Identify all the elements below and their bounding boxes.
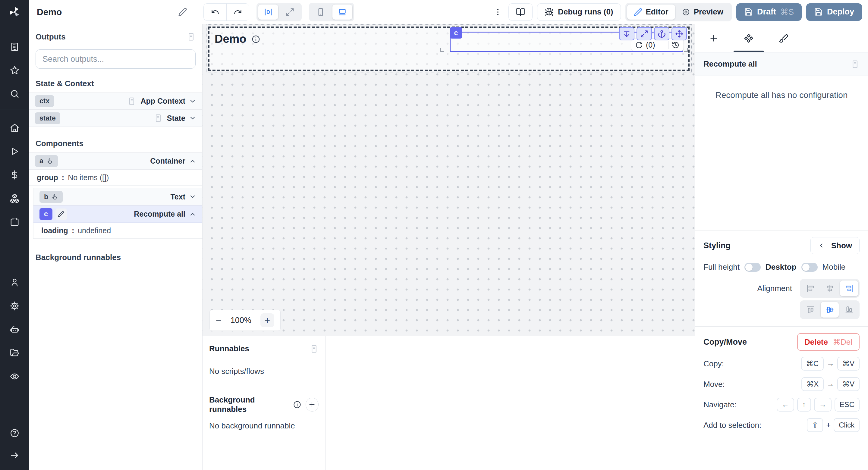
calendar-icon[interactable]: [0, 210, 29, 233]
delete-label: Delete: [804, 338, 828, 347]
chevron-down-icon[interactable]: [189, 193, 196, 200]
deploy-button[interactable]: Deploy: [806, 3, 862, 21]
mobile-view-button[interactable]: [311, 4, 331, 20]
history-icon[interactable]: [672, 41, 679, 49]
widget-divider: [669, 41, 669, 49]
edit-component-icon[interactable]: [56, 209, 67, 220]
align-bottom-button[interactable]: [840, 302, 858, 318]
move-button[interactable]: [672, 27, 687, 40]
desktop-toggle[interactable]: [801, 263, 818, 272]
recompute-all-widget[interactable]: (0): [631, 38, 684, 51]
show-label: Show: [831, 241, 852, 250]
editor-label: Editor: [646, 7, 669, 17]
folder-icon[interactable]: [0, 341, 29, 365]
robot-icon[interactable]: [0, 318, 29, 341]
gear-icon[interactable]: [0, 294, 29, 318]
debug-runs-button[interactable]: Debug runs (0): [537, 3, 621, 21]
zoom-out-button[interactable]: −: [216, 315, 221, 326]
chevron-down-icon[interactable]: [189, 115, 196, 122]
kbd-esc: ESC: [835, 398, 860, 412]
add-background-runnable-button[interactable]: [306, 398, 318, 412]
panel-doc-icon[interactable]: [850, 60, 860, 69]
draft-button[interactable]: Draft ⌘S: [736, 3, 802, 21]
search-icon[interactable]: [0, 82, 29, 105]
undo-button[interactable]: [204, 4, 226, 21]
align-center-horizontal-button[interactable]: [821, 281, 839, 296]
align-top-button[interactable]: [801, 302, 819, 318]
edit-title-icon[interactable]: [178, 7, 187, 17]
fullscreen-button[interactable]: [637, 27, 652, 40]
chevron-up-icon[interactable]: [189, 211, 196, 218]
component-row-a[interactable]: a Container: [29, 152, 202, 169]
copy-move-section: Copy/Move Delete ⌘Del Copy: ⌘C → ⌘V: [695, 326, 868, 470]
more-menu-icon[interactable]: [494, 8, 502, 16]
component-b-badge: b: [39, 191, 63, 203]
editor-tab[interactable]: Editor: [627, 4, 675, 20]
copy-move-title: Copy/Move: [704, 338, 747, 347]
info-icon[interactable]: [251, 35, 260, 44]
ctx-badge: ctx: [35, 95, 54, 107]
eye-icon[interactable]: [0, 365, 29, 388]
chevron-up-icon[interactable]: [189, 158, 196, 165]
align-center-vertical-button[interactable]: [821, 302, 839, 318]
home-icon[interactable]: [0, 116, 29, 139]
component-row-b[interactable]: b Text: [33, 188, 202, 206]
vertical-alignment-group: [800, 301, 860, 319]
component-c-type: Recompute all: [134, 210, 185, 218]
user-icon[interactable]: [0, 271, 29, 294]
component-row-c[interactable]: c Recompute all: [33, 206, 202, 223]
resize-handle[interactable]: [440, 48, 444, 52]
boxes-icon[interactable]: [0, 187, 29, 210]
star-icon[interactable]: [0, 58, 29, 82]
preview-icon: [682, 8, 690, 16]
component-c-prop-row[interactable]: loading : undefined: [33, 223, 202, 239]
chevron-down-icon[interactable]: [189, 98, 196, 105]
align-left-button[interactable]: [801, 281, 819, 296]
app-canvas[interactable]: Demo c: [203, 24, 695, 336]
panel-doc-icon[interactable]: [187, 32, 195, 41]
tab-settings-component[interactable]: [731, 24, 766, 52]
tab-insert[interactable]: [696, 24, 731, 52]
topbar: Demo: [29, 0, 868, 24]
help-icon[interactable]: [0, 421, 29, 445]
zoom-in-button[interactable]: +: [260, 313, 274, 327]
bottom-panel: Runnables No scripts/flows Background ru…: [203, 336, 695, 470]
zoom-control: − 100% +: [210, 310, 281, 331]
runnables-title: Runnables: [209, 344, 249, 353]
expand-down-button[interactable]: [619, 27, 634, 40]
delete-button[interactable]: Delete ⌘Del: [797, 333, 860, 351]
mobile-label: Mobile: [823, 262, 846, 272]
no-configuration-text: Recompute all has no configuration: [695, 76, 868, 100]
align-right-button[interactable]: [840, 281, 858, 296]
output-row-ctx[interactable]: ctx App Context: [29, 93, 202, 110]
inspector-tabs: [695, 24, 868, 53]
windmill-logo[interactable]: [0, 0, 29, 24]
docs-button[interactable]: [508, 3, 532, 21]
building-icon[interactable]: [0, 35, 29, 58]
panel-doc-icon[interactable]: [310, 344, 318, 353]
component-a-prop-row[interactable]: group : No items ([]): [29, 169, 202, 186]
kbd-cut: ⌘X: [801, 377, 824, 391]
dollar-icon[interactable]: [0, 163, 29, 187]
canvas-app-title: Demo: [215, 33, 260, 45]
arrow-right-icon[interactable]: [0, 445, 29, 466]
full-width-button[interactable]: [280, 4, 300, 20]
resize-handle[interactable]: [684, 48, 688, 52]
search-outputs-input[interactable]: [36, 50, 195, 69]
desktop-view-button[interactable]: [333, 4, 352, 20]
centered-width-button[interactable]: [258, 4, 278, 20]
runnables-empty-text: No scripts/flows: [209, 367, 318, 376]
tab-theme[interactable]: [766, 24, 801, 52]
preview-tab[interactable]: Preview: [675, 4, 730, 20]
anchor-button[interactable]: [654, 27, 670, 40]
inspector-panel: Recompute all Recompute all has no confi…: [695, 24, 868, 470]
redo-button[interactable]: [226, 4, 249, 21]
play-icon[interactable]: [0, 139, 29, 163]
show-styling-button[interactable]: Show: [810, 237, 860, 254]
app-title: Demo: [37, 7, 62, 17]
device-group: [309, 3, 354, 21]
left-nav-rail: [0, 0, 29, 470]
full-height-toggle[interactable]: [744, 263, 761, 272]
output-row-state[interactable]: state State: [29, 110, 202, 127]
kbd-copy: ⌘C: [801, 357, 824, 371]
